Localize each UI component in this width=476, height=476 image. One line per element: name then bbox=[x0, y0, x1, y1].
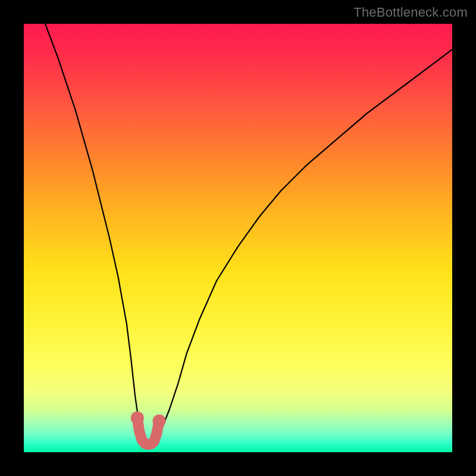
watermark-text: TheBottleneck.com bbox=[353, 5, 468, 20]
chart-frame: TheBottleneck.com bbox=[0, 0, 476, 476]
optimum-marker-dot bbox=[153, 414, 166, 427]
plot-area bbox=[24, 24, 452, 452]
chart-svg bbox=[24, 24, 452, 452]
bottleneck-curve bbox=[45, 24, 452, 444]
optimum-marker-dot bbox=[131, 411, 144, 424]
